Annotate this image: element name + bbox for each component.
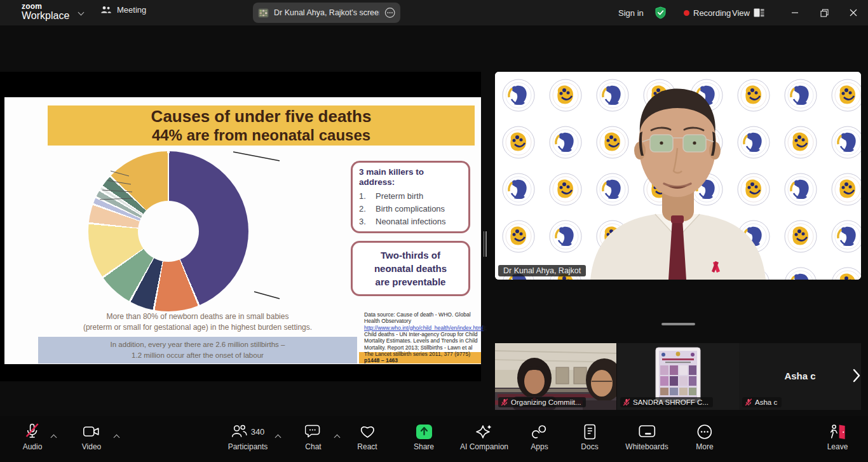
view-layout-icon xyxy=(754,8,764,17)
three-killers-box: 3 main killers to address: 1. Preterm bi… xyxy=(351,161,470,233)
participant-name-text: Asha c xyxy=(739,370,861,381)
apps-button[interactable]: Apps xyxy=(531,423,548,451)
camera-icon xyxy=(83,425,100,438)
recording-indicator[interactable]: Recording xyxy=(684,0,731,25)
participant-label: Asha c xyxy=(742,397,782,407)
tab-shared-screen[interactable]: Dr Kunal Ahya, Rajkot's screen xyxy=(253,3,400,23)
recording-dot-icon xyxy=(684,10,689,16)
participants-button[interactable]: 340 Participants xyxy=(228,423,268,451)
thumbnail-drag-handle[interactable] xyxy=(661,323,695,325)
killers-item-3: 3. Neonatal infections xyxy=(359,217,462,226)
data-source-text: Data source: Cause of death - WHO. Globa… xyxy=(364,311,480,364)
killers-item-1: 1. Preterm birth xyxy=(359,191,462,201)
ai-sparkle-icon xyxy=(476,424,492,440)
participant-tile-sandra-shroff[interactable]: SANDRA SHROFF C... xyxy=(617,343,739,410)
whiteboard-icon xyxy=(638,425,656,438)
speaker-video-content xyxy=(495,72,861,280)
shared-screen-title: Dr Kunal Ahya, Rajkot's screen xyxy=(274,8,379,17)
next-participants-button[interactable] xyxy=(849,366,864,385)
logo-zoom-text: zoom xyxy=(22,3,69,10)
muted-mic-icon xyxy=(501,398,508,406)
chat-button[interactable]: Chat xyxy=(305,423,322,451)
minimize-icon xyxy=(791,9,799,17)
view-label: View xyxy=(732,8,750,18)
killers-item-2: 2. Birth complications xyxy=(359,204,462,214)
ai-companion-button[interactable]: AI Companion xyxy=(460,423,508,451)
security-shield-button[interactable] xyxy=(654,0,667,25)
shield-check-icon xyxy=(654,6,667,19)
mic-muted-icon xyxy=(25,423,40,440)
audio-options-chevron[interactable] xyxy=(51,435,57,441)
heart-icon xyxy=(359,424,376,439)
presentation-slide: Causes of under five deaths 44% are from… xyxy=(4,97,481,364)
screen-thumbnail-icon xyxy=(258,8,269,18)
leave-meeting-icon xyxy=(829,424,846,440)
preventable-box: Two-thirds of neonatal deaths are preven… xyxy=(351,241,470,296)
react-button[interactable]: React xyxy=(357,423,377,451)
whiteboards-button[interactable]: Whiteboards xyxy=(625,423,668,451)
speaker-name-tag: Dr Kunal Ahya, Rajkot xyxy=(498,265,586,276)
video-options-chevron[interactable] xyxy=(114,435,120,441)
muted-mic-icon xyxy=(623,398,630,406)
video-button[interactable]: Video xyxy=(82,423,101,451)
slide-title-line2: 44% are from neonatal causes xyxy=(152,126,370,144)
chat-icon xyxy=(305,424,322,439)
meeting-tab-label: Meeting xyxy=(117,5,146,15)
logo-workplace-text: Workplace xyxy=(22,11,69,21)
participants-count: 340 xyxy=(251,427,265,437)
share-button[interactable]: Share xyxy=(414,423,434,451)
slide-title-line1: Causes of under five deaths xyxy=(151,107,372,126)
minimize-button[interactable] xyxy=(783,0,807,25)
apps-icon xyxy=(531,424,548,439)
participant-tile-organizing-committee[interactable]: Organizing Commiit... xyxy=(495,343,616,410)
panel-resize-handle[interactable] xyxy=(482,231,487,257)
zoom-app-window: zoom Workplace Meeting Dr Kunal Ahya, Ra… xyxy=(0,0,868,462)
zoom-workplace-logo: zoom Workplace xyxy=(22,3,69,21)
participant-tile-asha[interactable]: Asha c Asha c xyxy=(739,343,861,410)
newborn-note: More than 80% of newborn deaths are in s… xyxy=(38,311,357,334)
muted-mic-icon xyxy=(745,398,752,406)
shared-screen-region: Causes of under five deaths 44% are from… xyxy=(0,72,481,381)
more-button[interactable]: More xyxy=(696,423,713,451)
share-screen-icon xyxy=(416,424,433,440)
recording-label: Recording xyxy=(693,8,731,18)
donut-hole xyxy=(138,201,199,262)
speaker-video-tile: Dr Kunal Ahya, Rajkot xyxy=(495,72,861,280)
sign-in-button[interactable]: Sign in xyxy=(618,0,644,25)
view-button[interactable]: View xyxy=(732,0,764,25)
title-bar: zoom Workplace Meeting Dr Kunal Ahya, Ra… xyxy=(0,0,868,25)
close-icon xyxy=(850,9,857,17)
participants-icon xyxy=(231,424,248,439)
participants-options-chevron[interactable] xyxy=(275,435,281,441)
killers-heading: 3 main killers to address: xyxy=(359,167,462,187)
highlighted-pages: p1448 – 1463 xyxy=(364,357,398,363)
chevron-down-icon[interactable] xyxy=(78,10,85,16)
more-ellipsis-icon xyxy=(697,424,713,440)
chat-options-chevron[interactable] xyxy=(334,435,341,441)
leave-button[interactable]: Leave xyxy=(827,423,848,451)
restore-icon xyxy=(820,9,829,17)
slide-title-banner: Causes of under five deaths 44% are from… xyxy=(48,105,475,146)
causes-donut-chart xyxy=(88,151,248,311)
audio-button[interactable]: Audio xyxy=(23,423,43,451)
restore-button[interactable] xyxy=(812,0,836,25)
stillbirth-box: In addition, every year there are 2.6 mi… xyxy=(38,337,357,363)
who-link: http://www.who.int/gho/child_health/en/i… xyxy=(364,325,484,331)
chevron-right-icon xyxy=(853,369,860,383)
meeting-toolbar: Audio Video 340 Participants xyxy=(0,416,868,462)
people-icon xyxy=(100,6,112,15)
tab-meeting[interactable]: Meeting xyxy=(100,5,146,15)
close-button[interactable] xyxy=(841,0,865,25)
document-icon xyxy=(583,424,597,440)
more-options-icon[interactable] xyxy=(384,7,395,18)
docs-button[interactable]: Docs xyxy=(581,423,598,451)
sign-in-label: Sign in xyxy=(618,8,644,18)
participant-label: SANDRA SHROFF C... xyxy=(620,397,713,407)
participant-label: Organizing Commiit... xyxy=(498,397,586,407)
